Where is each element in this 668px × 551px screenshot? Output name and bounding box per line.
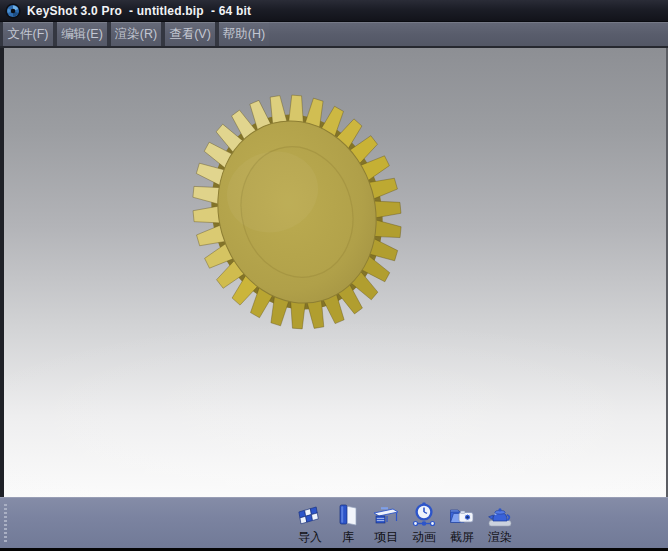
toolbar-label-library: 库 xyxy=(342,530,354,544)
toolbar-label-import: 导入 xyxy=(298,530,322,544)
menu-edit[interactable]: 编辑(E) xyxy=(57,22,107,46)
toolbar-label-screenshot-capture: 动画 xyxy=(412,530,436,544)
realtime-viewport[interactable] xyxy=(0,48,668,497)
library-icon xyxy=(334,501,362,529)
menu-help[interactable]: 帮助(H) xyxy=(219,22,269,46)
toolbar-item-library[interactable]: 库 xyxy=(330,501,366,544)
toolbar-item-import[interactable]: 导入 xyxy=(292,501,328,544)
bottom-toolbar: 导入 库 项目 xyxy=(0,497,668,548)
toolbar-label-render: 渲染 xyxy=(488,530,512,544)
menu-bar: 文件(F) 编辑(E) 渲染(R) 查看(V) 帮助(H) xyxy=(0,22,668,46)
menu-bar-filler xyxy=(269,22,668,46)
toolbar-item-project[interactable]: 项目 xyxy=(368,501,404,544)
project-icon xyxy=(372,501,400,529)
keyshot-aperture-icon xyxy=(5,3,21,19)
import-icon xyxy=(296,501,324,529)
app-window: KeyShot 3.0 Pro - untitled.bip - 64 bit … xyxy=(0,0,668,551)
toolbar-label-screenshot: 截屏 xyxy=(450,530,474,544)
toolbar-item-animation[interactable]: 动画 xyxy=(406,501,442,544)
window-title: KeyShot 3.0 Pro - untitled.bip - 64 bit xyxy=(27,4,251,18)
render-icon xyxy=(486,501,514,529)
menu-view[interactable]: 查看(V) xyxy=(165,22,215,46)
menu-render[interactable]: 渲染(R) xyxy=(111,22,161,46)
animation-icon xyxy=(410,501,438,529)
toolbar-label-project: 项目 xyxy=(374,530,398,544)
toolbar-item-screenshot[interactable]: 截屏 xyxy=(444,501,480,544)
menu-file[interactable]: 文件(F) xyxy=(3,22,53,46)
gear-model[interactable] xyxy=(4,48,666,497)
toolbar-drag-handle[interactable] xyxy=(4,504,7,543)
toolbar-items: 导入 库 项目 xyxy=(292,501,518,544)
screenshot-icon xyxy=(448,501,476,529)
toolbar-item-render[interactable]: 渲染 xyxy=(482,501,518,544)
title-bar[interactable]: KeyShot 3.0 Pro - untitled.bip - 64 bit xyxy=(0,0,668,22)
